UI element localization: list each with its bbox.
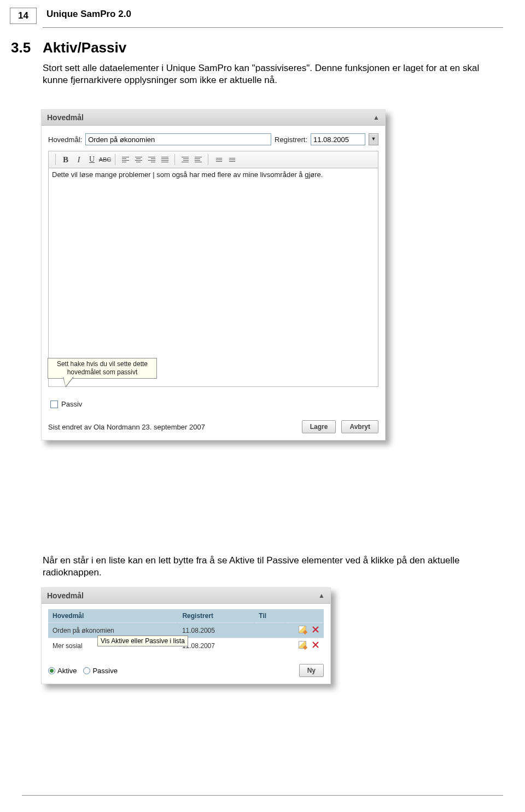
panel2-title: Hovedmål: [47, 591, 84, 600]
tooltip-filter-hint: Vis Aktive eller Passive i lista: [97, 636, 188, 646]
panel-title: Hovedmål: [47, 113, 84, 122]
bold-button[interactable]: B: [59, 154, 72, 166]
italic-button[interactable]: I: [72, 154, 85, 166]
panel2-header[interactable]: Hovedmål ▲: [42, 588, 330, 604]
cell-registrert: 11.08.2005: [178, 623, 254, 638]
collapse-icon[interactable]: ▲: [318, 592, 325, 599]
form-row: Hovedmål: Registrert: ▼: [42, 126, 385, 151]
radio-passive[interactable]: [83, 667, 90, 674]
section-title: Aktiv/Passiv: [43, 39, 126, 56]
delete-icon[interactable]: [312, 626, 319, 633]
col-til[interactable]: Til: [254, 609, 285, 623]
bullet-list-button[interactable]: [212, 154, 225, 166]
richtext-toolbar: B I U ABC: [48, 151, 378, 168]
panel-header[interactable]: Hovedmål ▲: [42, 110, 385, 126]
panel2-body: Hovedmål Registrert Til Orden på økonomi…: [42, 604, 330, 658]
passiv-checkbox[interactable]: [50, 401, 58, 408]
page-number: 14: [10, 8, 37, 24]
col-hovedmal[interactable]: Hovedmål: [48, 609, 178, 623]
footer-rule: [22, 795, 503, 796]
passiv-row: Passiv: [42, 387, 385, 411]
outdent-button[interactable]: [178, 154, 191, 166]
save-button[interactable]: Lagre: [302, 420, 336, 433]
registrert-input[interactable]: [311, 133, 365, 145]
body-paragraph-2: Når en står i en liste kan en lett bytte…: [43, 555, 503, 579]
radio-aktive-label: Aktive: [57, 667, 77, 675]
cell-til: [254, 623, 285, 638]
body-paragraph-1: Stort sett alle dataelementer i Unique S…: [43, 62, 503, 86]
align-justify-button[interactable]: [158, 154, 171, 166]
panel-footer: Sist endret av Ola Nordmann 23. septembe…: [42, 411, 385, 440]
strike-button[interactable]: ABC: [98, 154, 112, 166]
number-list-button[interactable]: [225, 154, 238, 166]
cell-actions: [285, 623, 324, 638]
doc-title: Unique SamPro 2.0: [46, 8, 131, 20]
cell-registrert: 11.08.2007: [178, 638, 254, 654]
screenshot-hovedmal-list: Hovedmål ▲ Hovedmål Registrert Til Orden…: [41, 587, 331, 684]
hovedmal-label: Hovedmål:: [48, 136, 82, 144]
align-right-button[interactable]: [145, 154, 158, 166]
registrert-label: Registrert:: [275, 136, 307, 144]
col-actions: [285, 609, 324, 623]
new-button[interactable]: Ny: [299, 664, 324, 677]
underline-button[interactable]: U: [85, 154, 98, 166]
last-changed-status: Sist endret av Ola Nordmann 23. septembe…: [48, 423, 296, 431]
align-left-button[interactable]: [119, 154, 132, 166]
align-center-button[interactable]: [132, 154, 145, 166]
cell-til: [254, 638, 285, 654]
screenshot-hovedmal-form: Hovedmål ▲ Hovedmål: Registrert: ▼ B I U…: [41, 109, 386, 440]
passiv-label: Passiv: [61, 400, 82, 408]
indent-button[interactable]: [191, 154, 205, 166]
page-header: 14 Unique SamPro 2.0: [10, 8, 131, 24]
hovedmal-input[interactable]: [85, 133, 271, 145]
tooltip-passiv-hint: Sett hake hvis du vil sette dette hovedm…: [48, 358, 157, 379]
delete-icon[interactable]: [312, 641, 319, 649]
richtext-area[interactable]: Dette vil løse mange problemer | som ogs…: [48, 168, 378, 387]
cell-actions: [285, 638, 324, 654]
collapse-icon[interactable]: ▲: [373, 114, 380, 121]
radio-aktive[interactable]: [48, 667, 55, 674]
col-registrert[interactable]: Registrert: [178, 609, 254, 623]
section-number: 3.5: [11, 39, 31, 56]
edit-icon[interactable]: [299, 626, 306, 633]
filter-row: Aktive Passive Ny: [42, 658, 330, 684]
cancel-button[interactable]: Avbryt: [341, 420, 378, 433]
date-dropdown-button[interactable]: ▼: [369, 133, 378, 145]
radio-passive-label: Passive: [92, 667, 118, 675]
edit-icon[interactable]: [299, 641, 306, 649]
richtext-content: Dette vil løse mange problemer | som ogs…: [52, 170, 323, 179]
header-rule: [43, 27, 503, 28]
table-header-row: Hovedmål Registrert Til: [48, 609, 324, 623]
